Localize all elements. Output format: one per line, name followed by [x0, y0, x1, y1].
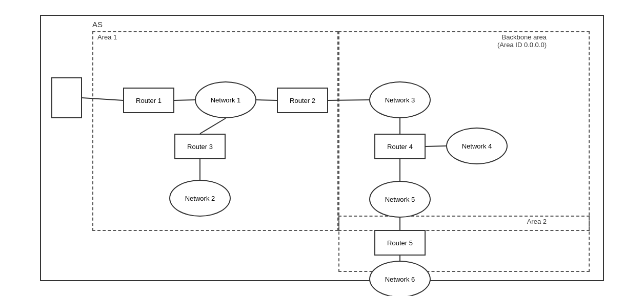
router1-box: Router 1: [123, 88, 174, 113]
network5-ellipse: Network 5: [369, 181, 431, 218]
router3-box: Router 3: [174, 134, 226, 159]
router3-label: Router 3: [187, 143, 213, 151]
router2-label: Router 2: [290, 97, 315, 104]
network3-ellipse: Network 3: [369, 81, 431, 118]
diagram-container: AS Area 1 Backbone area(Area ID 0.0.0.0)…: [40, 15, 604, 281]
router4-label: Router 4: [387, 143, 413, 151]
router5-box: Router 5: [374, 230, 426, 256]
network4-ellipse: Network 4: [446, 128, 508, 164]
external-box: [51, 77, 82, 118]
network4-label: Network 4: [462, 142, 492, 150]
network6-label: Network 6: [385, 276, 415, 283]
network2-label: Network 2: [185, 195, 215, 202]
network1-ellipse: Network 1: [195, 81, 256, 118]
backbone-label: Backbone area(Area ID 0.0.0.0): [497, 33, 547, 49]
network3-label: Network 3: [385, 96, 415, 104]
router1-label: Router 1: [136, 97, 162, 104]
router4-box: Router 4: [374, 134, 426, 159]
as-label: AS: [92, 20, 103, 29]
router2-box: Router 2: [277, 88, 328, 113]
network2-ellipse: Network 2: [169, 180, 231, 217]
network1-label: Network 1: [211, 96, 241, 104]
area1-label: Area 1: [97, 33, 117, 41]
area2-label: Area 2: [527, 218, 547, 225]
router5-label: Router 5: [387, 239, 413, 247]
network6-ellipse: Network 6: [369, 261, 431, 296]
network5-label: Network 5: [385, 196, 415, 203]
